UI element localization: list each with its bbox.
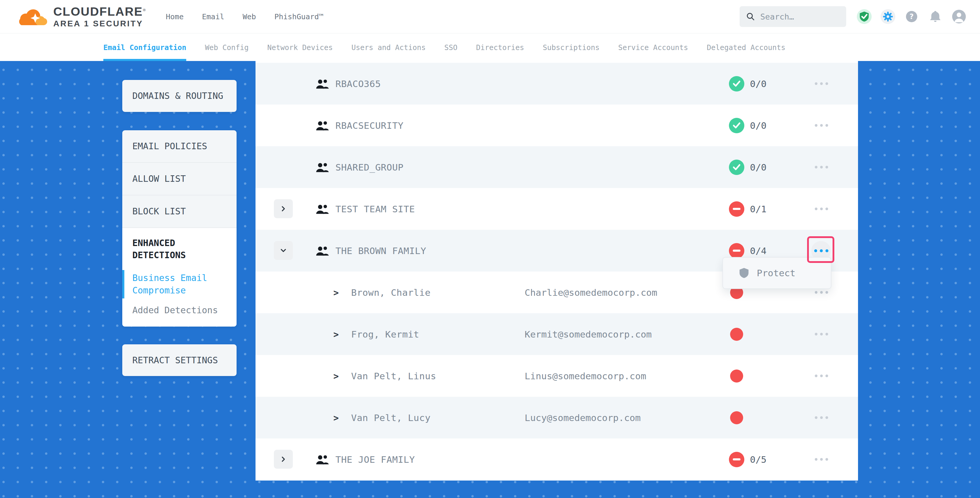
protected-count: 0/4 xyxy=(750,245,767,256)
sidebar-item-business-email-compromise[interactable]: Business Email Compromise xyxy=(132,272,209,297)
user-chevron-icon: > xyxy=(333,329,339,339)
chevron-right-icon xyxy=(279,205,288,213)
table-row: RBACSECURITY 0/0 xyxy=(256,105,858,146)
bell-icon xyxy=(929,10,941,23)
settings-button[interactable] xyxy=(881,9,895,24)
group-icon xyxy=(316,245,329,256)
row-name: Van Pelt, Lucy xyxy=(351,412,431,423)
minus-icon xyxy=(733,250,740,252)
row-email: Lucy@somedemocorp.com xyxy=(525,412,641,423)
tab-service-accounts[interactable]: Service Accounts xyxy=(618,34,688,61)
highlight-annotation xyxy=(807,236,834,263)
row-name: RBACO365 xyxy=(336,78,381,89)
chevron-right-icon xyxy=(279,246,288,255)
protected-count: 0/0 xyxy=(750,162,767,173)
user-chevron-icon: > xyxy=(333,371,339,381)
search-input[interactable] xyxy=(760,12,840,21)
sidebar-item-added-detections[interactable]: Added Detections xyxy=(132,305,226,315)
sidebar-item-label: Business Email Compromise xyxy=(132,273,207,296)
table-row: TEST TEAM SITE 0/1 xyxy=(256,188,858,230)
registered-mark: ® xyxy=(143,8,146,12)
sidebar-item-block-list[interactable]: BLOCK LIST xyxy=(122,196,237,228)
notifications-button[interactable] xyxy=(928,9,943,24)
check-icon xyxy=(732,80,741,88)
tab-directories[interactable]: Directories xyxy=(476,34,524,61)
row-email: Charlie@somedemocorp.com xyxy=(525,287,657,298)
shield-icon xyxy=(739,267,749,279)
status-badge xyxy=(730,411,743,424)
user-chevron-icon: > xyxy=(333,412,339,423)
expand-toggle-button[interactable] xyxy=(274,450,293,469)
row-name: Frog, Kermit xyxy=(351,329,419,340)
menu-item-protect[interactable]: Protect xyxy=(757,268,795,278)
row-name: Van Pelt, Linus xyxy=(351,371,436,381)
protected-count: 0/0 xyxy=(750,78,767,89)
shield-check-icon xyxy=(857,9,872,24)
active-item-indicator xyxy=(122,270,124,298)
help-button[interactable]: ? xyxy=(904,9,919,24)
tab-users-and-actions[interactable]: Users and Actions xyxy=(352,34,426,61)
sidebar-section-enhanced-detections: ENHANCED DETECTIONS Business Email Compr… xyxy=(122,228,237,326)
top-nav-item-email[interactable]: Email xyxy=(202,13,224,21)
minus-icon xyxy=(733,208,740,210)
row-menu-button[interactable] xyxy=(809,116,834,135)
tab-web-config[interactable]: Web Config xyxy=(205,34,249,61)
top-nav-item-web[interactable]: Web xyxy=(243,13,256,21)
top-bar: CLOUDFLARE® AREA 1 SECURITY Home Email W… xyxy=(0,0,980,33)
status-badge xyxy=(730,328,743,341)
tab-delegated-accounts[interactable]: Delegated Accounts xyxy=(707,34,786,61)
group-icon xyxy=(316,454,329,465)
row-menu-button[interactable] xyxy=(809,200,834,218)
group-icon xyxy=(316,162,329,173)
row-name: THE JOE FAMILY xyxy=(336,454,415,465)
top-nav-item-phishguard[interactable]: PhishGuard™ xyxy=(274,13,324,21)
help-icon: ? xyxy=(906,11,917,22)
status-badge xyxy=(729,243,745,258)
group-icon xyxy=(316,78,329,89)
sidebar-card-policies: EMAIL POLICIES ALLOW LIST BLOCK LIST ENH… xyxy=(122,130,237,326)
top-nav: Home Email Web PhishGuard™ xyxy=(166,13,323,21)
tab-email-configuration[interactable]: Email Configuration xyxy=(103,34,186,61)
sidebar-item-retract-settings[interactable]: RETRACT SETTINGS xyxy=(122,344,237,376)
sidebar-item-allow-list[interactable]: ALLOW LIST xyxy=(122,163,237,196)
status-badge xyxy=(729,452,745,467)
row-menu-button[interactable] xyxy=(809,408,834,427)
brand-name: CLOUDFLARE® xyxy=(53,6,146,18)
search-box[interactable] xyxy=(740,6,846,27)
protected-count: 0/1 xyxy=(750,204,767,214)
cloudflare-logo-icon xyxy=(17,6,49,27)
status-badge xyxy=(729,159,745,175)
sidebar-card-retract-settings: RETRACT SETTINGS xyxy=(122,344,237,376)
expand-toggle-button[interactable] xyxy=(274,199,293,218)
protected-count: 0/0 xyxy=(750,120,767,131)
sidebar-item-email-policies[interactable]: EMAIL POLICIES xyxy=(122,130,237,163)
status-badge xyxy=(729,201,745,217)
row-menu-button[interactable] xyxy=(809,74,834,93)
row-email: Kermit@somedemocorp.com xyxy=(525,329,652,340)
top-nav-item-home[interactable]: Home xyxy=(166,13,184,21)
row-menu-button[interactable] xyxy=(809,158,834,177)
status-badge xyxy=(729,76,745,91)
row-name: SHARED_GROUP xyxy=(336,162,404,173)
table-row: > Van Pelt, Lucy Lucy@somedemocorp.com xyxy=(256,397,858,439)
brand-subtitle: AREA 1 SECURITY xyxy=(53,19,146,28)
tab-network-devices[interactable]: Network Devices xyxy=(267,34,333,61)
table-row: THE JOE FAMILY 0/5 xyxy=(256,439,858,480)
expand-toggle-button[interactable] xyxy=(274,241,293,260)
row-menu-button[interactable] xyxy=(809,325,834,344)
row-menu-button[interactable] xyxy=(809,450,834,469)
search-icon xyxy=(746,12,755,21)
section-tabs: Email Configuration Web Config Network D… xyxy=(0,34,980,61)
check-icon xyxy=(732,164,741,171)
row-menu-button[interactable] xyxy=(809,366,834,385)
sidebar-item-enhanced-detections[interactable]: ENHANCED DETECTIONS xyxy=(132,237,206,261)
tab-sso[interactable]: SSO xyxy=(444,34,457,61)
account-button[interactable] xyxy=(951,9,966,24)
group-icon xyxy=(316,120,329,131)
sidebar-item-domains-routing[interactable]: DOMAINS & ROUTING xyxy=(122,80,237,112)
security-status-button[interactable] xyxy=(857,9,872,24)
tab-subscriptions[interactable]: Subscriptions xyxy=(543,34,600,61)
table-row: > Van Pelt, Linus Linus@somedemocorp.com xyxy=(256,355,858,397)
protected-count: 0/5 xyxy=(750,454,767,465)
chevron-right-icon xyxy=(279,455,288,463)
